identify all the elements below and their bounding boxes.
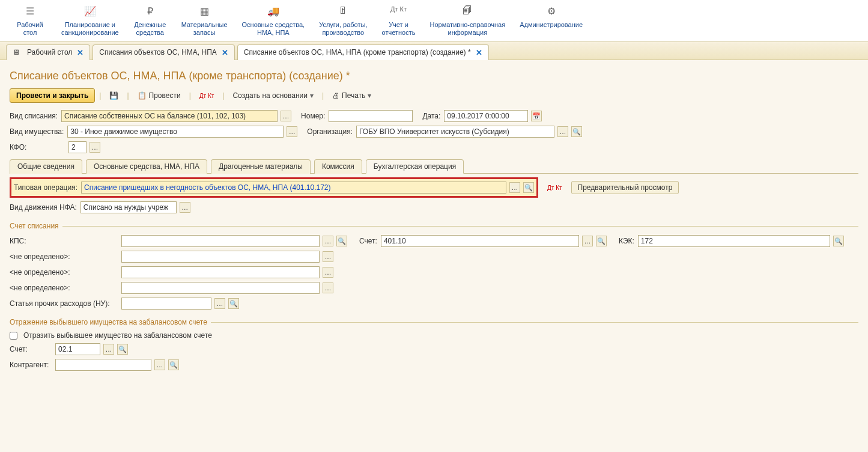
schet-input[interactable]: 401.10: [381, 235, 579, 247]
chart-icon: 📈: [84, 5, 96, 17]
vid-imush-label: Вид имущества:: [10, 127, 64, 136]
nav-money[interactable]: ₽ Денежныесредства: [126, 3, 174, 41]
typical-op-label: Типовая операция:: [14, 183, 77, 192]
nav-services[interactable]: 🎚 Услуги, работы,производство: [312, 3, 374, 41]
magnify-icon[interactable]: 🔍: [523, 182, 534, 193]
create-based-button[interactable]: Создать на основании: [229, 90, 317, 102]
magnify-icon[interactable]: 🔍: [596, 236, 607, 246]
nd-input-3[interactable]: [121, 282, 320, 294]
desktop-icon: 🖥: [13, 48, 21, 56]
data-label: Дата:: [422, 112, 440, 120]
magnify-icon[interactable]: 🔍: [228, 298, 239, 309]
ellipsis-button[interactable]: …: [323, 251, 333, 262]
nav-admin[interactable]: ⚙ Администрирование: [512, 3, 590, 41]
printer-icon: 🖨: [332, 91, 339, 100]
docs-icon: 🗐: [463, 5, 472, 17]
tab-list[interactable]: Списания объектов ОС, НМА, НПА ✕: [93, 44, 234, 60]
schet-section-label: Счет списания: [10, 222, 858, 230]
nav-assets[interactable]: 🚚 Основные средства,НМА, НПА: [235, 3, 312, 41]
magnify-icon[interactable]: 🔍: [168, 359, 179, 370]
nd-label-1: <не определено>:: [10, 252, 118, 261]
nav-desktop[interactable]: ☰ Рабочийстол: [6, 3, 54, 41]
vid-spisaniya-label: Вид списания:: [10, 112, 58, 120]
ellipsis-button[interactable]: …: [180, 202, 190, 213]
ellipsis-button[interactable]: …: [90, 142, 100, 153]
magnify-icon[interactable]: 🔍: [571, 126, 582, 137]
truck-icon: 🚚: [267, 5, 279, 17]
nav-reference[interactable]: 🗐 Нормативно-справочнаяинформация: [422, 3, 512, 41]
kek-input[interactable]: 172: [638, 235, 830, 247]
ellipsis-button[interactable]: …: [323, 267, 333, 278]
nd-input-2[interactable]: [121, 266, 320, 278]
ellipsis-button[interactable]: …: [287, 126, 297, 137]
close-icon[interactable]: ✕: [222, 48, 228, 57]
zabal-schet-input[interactable]: 02.1: [55, 343, 100, 355]
floppy-icon: 💾: [109, 91, 118, 100]
zabal-checkbox[interactable]: [10, 332, 17, 340]
gear-icon: ⚙: [547, 5, 556, 17]
subtab-commission[interactable]: Комиссия: [314, 159, 362, 174]
ellipsis-button[interactable]: …: [154, 359, 165, 370]
sliders-icon: 🎚: [338, 5, 348, 17]
vid-dvij-input[interactable]: Списано на нужды учреж: [80, 201, 177, 213]
magnify-icon[interactable]: 🔍: [117, 344, 128, 355]
nav-materials[interactable]: ▦ Материальныезапасы: [174, 3, 235, 41]
nav-planning[interactable]: 📈 Планирование исанкционирование: [54, 3, 126, 41]
kfo-label: КФО:: [10, 143, 65, 151]
toolbar: Провести и закрыть | 💾 | 📋Провести | Дт …: [10, 88, 858, 103]
vid-spisaniya-input[interactable]: Списание собственных ОС на балансе (101,…: [61, 110, 278, 122]
ellipsis-button[interactable]: …: [582, 236, 593, 246]
zabal-section-label: Отражение выбывшего имущества на забалан…: [10, 318, 858, 326]
nd-label-3: <не определено>:: [10, 284, 118, 292]
dtkt-button[interactable]: Дт Кт: [196, 91, 218, 101]
post-button[interactable]: 📋Провести: [134, 90, 184, 102]
kfo-input[interactable]: 2: [68, 141, 86, 153]
ellipsis-button[interactable]: …: [214, 298, 225, 309]
tab-desktop[interactable]: 🖥 Рабочий стол ✕: [6, 44, 90, 60]
stat-input[interactable]: [121, 298, 211, 310]
save-button[interactable]: 💾: [106, 90, 122, 102]
nav-accounting[interactable]: Дт Кт Учет иотчетность: [374, 3, 422, 41]
subtab-precious[interactable]: Драгоценные материалы: [211, 159, 311, 174]
grid-icon: ▦: [200, 5, 209, 17]
close-icon[interactable]: ✕: [77, 48, 83, 57]
kps-input[interactable]: [121, 235, 320, 247]
nd-label-2: <не определено>:: [10, 268, 118, 276]
typical-op-input[interactable]: Списание пришедших в негодность объектов…: [81, 182, 506, 194]
ellipsis-button[interactable]: …: [323, 236, 333, 246]
preview-button[interactable]: Предварительный просмотр: [571, 181, 679, 194]
dtkt-small-button[interactable]: Дт Кт: [544, 183, 566, 193]
menu-icon: ☰: [26, 5, 34, 17]
magnify-icon[interactable]: 🔍: [833, 236, 844, 246]
calendar-button[interactable]: 📅: [531, 111, 542, 121]
tab-current-doc[interactable]: Списание объектов ОС, НМА, НПА (кроме тр…: [237, 44, 489, 60]
kontragent-label: Контрагент:: [10, 361, 52, 369]
subtabs: Общие сведения Основные средства, НМА, Н…: [10, 159, 858, 174]
close-icon[interactable]: ✕: [476, 48, 482, 57]
subtab-assets[interactable]: Основные средства, НМА, НПА: [86, 159, 207, 174]
post-and-close-button[interactable]: Провести и закрыть: [10, 88, 95, 103]
nd-input-1[interactable]: [121, 251, 320, 263]
vid-imush-input[interactable]: 30 - Иное движимое имущество: [67, 126, 284, 138]
tabs-row: 🖥 Рабочий стол ✕ Списания объектов ОС, Н…: [0, 42, 868, 60]
org-input[interactable]: ГОБУ ВПО Университет искусств (Субсидия): [356, 126, 554, 138]
ellipsis-button[interactable]: …: [323, 282, 333, 293]
ellipsis-button[interactable]: …: [281, 111, 291, 121]
kek-label: КЭК:: [619, 237, 634, 245]
kontragent-input[interactable]: [55, 359, 151, 371]
stat-label: Статья прочих расходов (НУ):: [10, 299, 118, 308]
vid-dvij-label: Вид движения НФА:: [10, 203, 77, 212]
main-nav: ☰ Рабочийстол 📈 Планирование исанкционир…: [0, 0, 868, 42]
post-icon: 📋: [138, 91, 147, 100]
magnify-icon[interactable]: 🔍: [336, 236, 347, 246]
subtab-accounting[interactable]: Бухгалтерская операция: [366, 159, 464, 174]
data-input[interactable]: 09.10.2017 0:00:00: [444, 110, 528, 122]
nomer-label: Номер:: [301, 112, 325, 120]
ruble-icon: ₽: [147, 5, 153, 17]
ellipsis-button[interactable]: …: [509, 182, 520, 193]
subtab-general[interactable]: Общие сведения: [10, 159, 82, 174]
print-button[interactable]: 🖨Печать: [329, 90, 375, 102]
nomer-input[interactable]: [329, 110, 413, 122]
ellipsis-button[interactable]: …: [103, 344, 114, 355]
ellipsis-button[interactable]: …: [557, 126, 568, 137]
